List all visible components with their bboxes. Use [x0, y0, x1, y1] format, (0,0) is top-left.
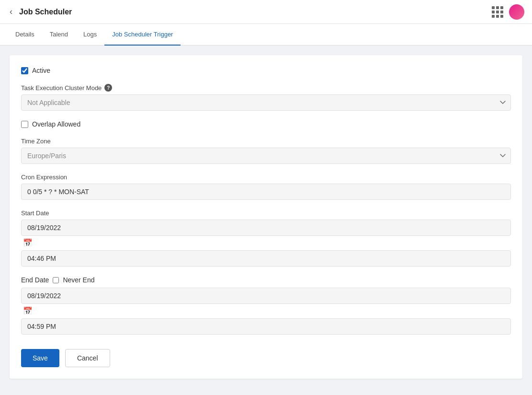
overlap-label[interactable]: Overlap Allowed — [32, 120, 80, 128]
timezone-group: Time Zone Europe/Paris UTC America/New_Y… — [21, 138, 511, 164]
button-row: Save Cancel — [21, 349, 511, 367]
nav-tabs: Details Talend Logs Job Scheduler Trigge… — [0, 24, 532, 46]
tab-job-scheduler-trigger[interactable]: Job Scheduler Trigger — [104, 24, 181, 46]
grid-apps-icon[interactable] — [492, 6, 503, 18]
start-date-group: Start Date 📅 — [21, 209, 511, 267]
never-end-checkbox[interactable] — [53, 277, 59, 283]
never-end-label[interactable]: Never End — [63, 276, 94, 284]
end-date-calendar-icon[interactable]: 📅 — [21, 305, 34, 316]
task-execution-help-icon[interactable]: ? — [104, 84, 112, 92]
task-execution-select[interactable]: Not Applicable — [21, 94, 511, 111]
overlap-row: Overlap Allowed — [21, 120, 511, 128]
task-execution-label-row: Task Execution Cluster Mode ? — [21, 84, 511, 92]
start-date-calendar-icon[interactable]: 📅 — [21, 237, 34, 248]
tab-logs[interactable]: Logs — [76, 24, 104, 46]
start-time-input[interactable] — [21, 250, 511, 267]
start-date-label: Start Date — [21, 209, 49, 217]
cron-group: Cron Expression — [21, 174, 511, 200]
form-card: Active Task Execution Cluster Mode ? Not… — [10, 55, 522, 379]
timezone-label: Time Zone — [21, 138, 51, 145]
tab-details[interactable]: Details — [8, 24, 42, 46]
active-row: Active — [21, 67, 511, 74]
end-date-label-row: End Date Never End — [21, 276, 511, 284]
header-left: ‹ Job Scheduler — [8, 5, 72, 19]
cron-label-row: Cron Expression — [21, 174, 511, 181]
end-date-group: End Date Never End 📅 — [21, 276, 511, 335]
timezone-label-row: Time Zone — [21, 138, 511, 145]
task-execution-label: Task Execution Cluster Mode — [21, 84, 102, 92]
tab-talend[interactable]: Talend — [42, 24, 76, 46]
start-date-input[interactable] — [21, 220, 511, 236]
app-title: Job Scheduler — [19, 8, 72, 16]
header-right — [492, 4, 524, 20]
overlap-checkbox[interactable] — [21, 121, 28, 128]
cron-input[interactable] — [21, 184, 511, 200]
cancel-button[interactable]: Cancel — [65, 349, 110, 367]
active-checkbox[interactable] — [21, 67, 28, 74]
app-header: ‹ Job Scheduler — [0, 0, 532, 24]
task-execution-group: Task Execution Cluster Mode ? Not Applic… — [21, 84, 511, 111]
end-date-input[interactable] — [21, 288, 511, 304]
active-label[interactable]: Active — [32, 67, 50, 74]
end-time-input[interactable] — [21, 318, 511, 335]
timezone-select[interactable]: Europe/Paris UTC America/New_York — [21, 148, 511, 164]
start-date-label-row: Start Date — [21, 209, 511, 217]
save-button[interactable]: Save — [21, 349, 59, 367]
back-button[interactable]: ‹ — [8, 5, 14, 19]
main-content: Active Task Execution Cluster Mode ? Not… — [0, 46, 532, 388]
cron-label: Cron Expression — [21, 174, 67, 181]
end-date-label: End Date — [21, 276, 49, 284]
user-avatar[interactable] — [509, 4, 524, 20]
